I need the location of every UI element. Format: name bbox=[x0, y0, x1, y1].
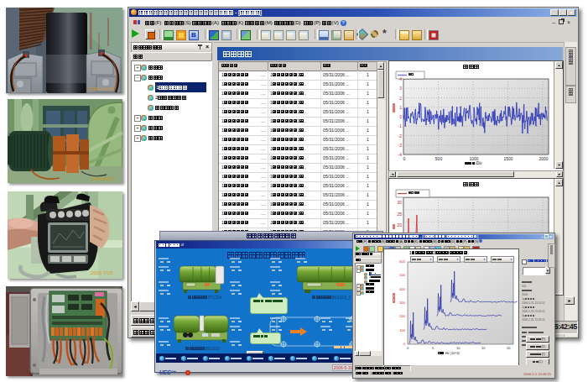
svg-text:2006 5/31: 2006 5/31 bbox=[91, 176, 114, 181]
svg-text:2006 12/15: 2006 12/15 bbox=[88, 86, 114, 92]
svg-text:2006 7/15: 2006 7/15 bbox=[91, 270, 113, 275]
